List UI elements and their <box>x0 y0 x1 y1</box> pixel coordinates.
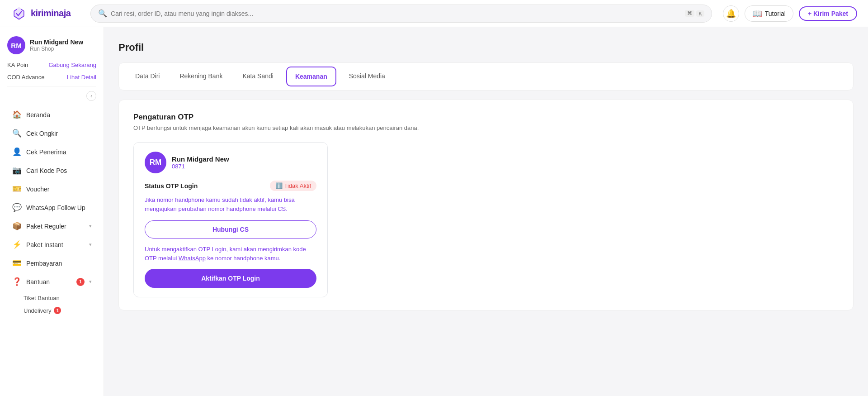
sidebar-nav: 🏠 Beranda 🔍 Cek Ongkir 👤 Cek Penerima 📷 … <box>0 104 104 320</box>
book-icon: 📖 <box>752 9 762 19</box>
sidebar-item-bantuan-label: Bantuan <box>26 278 72 286</box>
otp-status-label: Status OTP Login <box>145 182 198 190</box>
sidebar-collapse: ‹ <box>0 88 104 104</box>
otp-user-id: 0871 <box>172 163 229 170</box>
paket-instant-icon: ⚡ <box>12 240 22 249</box>
sidebar: RM Run Midgard New Run Shop KA Poin Gabu… <box>0 27 104 396</box>
otp-status-row: Status OTP Login ℹ️ Tidak Aktif <box>145 181 316 191</box>
tiket-bantuan-label: Tiket Bantuan <box>24 295 60 301</box>
otp-user-card: RM Run Midgard New 0871 Status OTP Login… <box>133 142 328 297</box>
tab-keamanan[interactable]: Keamanan <box>286 67 336 86</box>
search-input[interactable] <box>111 10 681 17</box>
whatsapp-icon: 💬 <box>12 203 22 212</box>
sidebar-item-cek-ongkir[interactable]: 🔍 Cek Ongkir <box>3 124 101 143</box>
otp-user-header: RM Run Midgard New 0871 <box>145 152 316 173</box>
sidebar-item-tiket-bantuan[interactable]: Tiket Bantuan <box>24 292 104 304</box>
kbd-cmd: ⌘ <box>685 10 694 17</box>
search-icon: 🔍 <box>98 9 107 18</box>
sidebar-item-paket-instant-label: Paket Instant <box>26 241 85 248</box>
sidebar-role: Run Shop <box>30 46 83 52</box>
cod-advance-label: COD Advance <box>7 74 44 81</box>
sidebar-item-paket-reguler[interactable]: 📦 Paket Reguler ▾ <box>3 217 101 235</box>
status-badge: ℹ️ Tidak Aktif <box>270 181 316 191</box>
chevron-down-icon: ▾ <box>89 223 92 229</box>
tab-rekening-bank[interactable]: Rekening Bank <box>170 65 231 88</box>
kirim-paket-button[interactable]: + Kirim Paket <box>799 6 857 21</box>
bantuan-sub-menu: Tiket Bantuan Undelivery 1 <box>0 291 104 318</box>
sidebar-item-paket-instant[interactable]: ⚡ Paket Instant ▾ <box>3 235 101 254</box>
sidebar-item-cari-kode-pos-label: Cari Kode Pos <box>26 167 92 174</box>
sidebar-item-undelivery[interactable]: Undelivery 1 <box>24 304 104 317</box>
kbd-k: K <box>696 10 704 17</box>
app-layout: kiriminaja 🔍 ⌘ K 🔔 📖 Tutorial + Kirim Pa… <box>0 0 868 396</box>
sidebar-item-beranda[interactable]: 🏠 Beranda <box>3 105 101 124</box>
status-badge-text: Tidak Aktif <box>284 182 311 189</box>
tab-sosial-media[interactable]: Sosial Media <box>340 65 394 88</box>
sidebar-username: Run Midgard New <box>30 38 83 46</box>
sidebar-item-beranda-label: Beranda <box>26 111 92 119</box>
voucher-icon: 🎫 <box>12 184 22 194</box>
otp-activate-info: Untuk mengaktifkan OTP Login, kami akan … <box>145 245 316 262</box>
sidebar-divider <box>7 86 96 86</box>
bantuan-badge: 1 <box>76 278 85 286</box>
lihat-detail-link[interactable]: Lihat Detail <box>67 74 96 81</box>
sidebar-meta-cod: COD Advance Lihat Detail <box>0 72 104 84</box>
logo-text: kiriminaja <box>31 8 71 19</box>
top-bar: kiriminaja 🔍 ⌘ K 🔔 📖 Tutorial + Kirim Pa… <box>0 0 868 27</box>
activate-info-link[interactable]: WhatsApp <box>179 255 206 262</box>
otp-user-name: Run Midgard New <box>172 155 229 163</box>
aktifkan-otp-button[interactable]: Aktifkan OTP Login <box>145 269 316 288</box>
otp-section-title: Pengaturan OTP <box>133 113 839 122</box>
tab-data-diri[interactable]: Data Diri <box>126 65 169 88</box>
otp-section-desc: OTP berfungsi untuk menjaga keamanan aku… <box>133 124 839 131</box>
sidebar-item-cek-penerima-label: Cek Penerima <box>26 148 92 156</box>
hubungi-cs-button[interactable]: Hubungi CS <box>145 220 316 239</box>
main-area: RM Run Midgard New Run Shop KA Poin Gabu… <box>0 27 868 396</box>
page-title: Profil <box>118 42 854 53</box>
sidebar-item-cari-kode-pos[interactable]: 📷 Cari Kode Pos <box>3 161 101 180</box>
cek-ongkir-icon: 🔍 <box>12 129 22 138</box>
search-bar[interactable]: 🔍 ⌘ K <box>90 5 712 23</box>
pembayaran-icon: 💳 <box>12 258 22 268</box>
otp-section: Pengaturan OTP OTP berfungsi untuk menja… <box>118 100 854 310</box>
sidebar-item-pembayaran-label: Pembayaran <box>26 260 92 267</box>
sidebar-item-bantuan[interactable]: ❓ Bantuan 1 ▾ <box>3 272 101 291</box>
sidebar-item-voucher-label: Voucher <box>26 186 92 193</box>
kirim-paket-label: + Kirim Paket <box>808 10 848 17</box>
undelivery-label: Undelivery <box>24 307 51 314</box>
tutorial-button[interactable]: 📖 Tutorial <box>745 5 793 22</box>
chevron-down-icon-3: ▾ <box>89 279 92 285</box>
sidebar-user-info: Run Midgard New Run Shop <box>30 38 83 52</box>
logo-icon <box>11 5 27 22</box>
kode-pos-icon: 📷 <box>12 166 22 175</box>
bantuan-icon: ❓ <box>12 277 22 286</box>
sidebar-item-whatsapp-follow-up[interactable]: 💬 WhatsApp Follow Up <box>3 198 101 217</box>
topbar-actions: 🔔 📖 Tutorial + Kirim Paket <box>723 5 857 22</box>
logo: kiriminaja <box>11 5 83 22</box>
sidebar-item-pembayaran[interactable]: 💳 Pembayaran <box>3 254 101 272</box>
sidebar-item-cek-penerima[interactable]: 👤 Cek Penerima <box>3 143 101 161</box>
ka-poin-label: KA Poin <box>7 62 28 68</box>
collapse-button[interactable]: ‹ <box>86 91 96 101</box>
home-icon: 🏠 <box>12 110 22 119</box>
chevron-down-icon-2: ▾ <box>89 242 92 248</box>
tabs-bar: Data Diri Rekening Bank Kata Sandi Keama… <box>118 62 854 91</box>
sidebar-user: RM Run Midgard New Run Shop <box>0 27 104 60</box>
sidebar-item-voucher[interactable]: 🎫 Voucher <box>3 180 101 198</box>
otp-avatar: RM <box>145 152 166 173</box>
activate-info-text-after: ke nomor handphone kamu. <box>208 255 281 262</box>
paket-reguler-icon: 📦 <box>12 221 22 231</box>
sidebar-meta: KA Poin Gabung Sekarang <box>0 60 104 72</box>
otp-info-text: Jika nomor handphone kamu sudah tidak ak… <box>145 196 316 213</box>
tutorial-label: Tutorial <box>765 10 786 17</box>
sidebar-item-paket-reguler-label: Paket Reguler <box>26 223 85 230</box>
notification-button[interactable]: 🔔 <box>723 5 739 22</box>
tab-kata-sandi[interactable]: Kata Sandi <box>233 65 283 88</box>
avatar: RM <box>7 36 25 54</box>
cek-penerima-icon: 👤 <box>12 147 22 157</box>
sidebar-item-whatsapp-label: WhatsApp Follow Up <box>26 204 92 211</box>
gabung-sekarang-link[interactable]: Gabung Sekarang <box>48 62 96 68</box>
content-area: Profil Data Diri Rekening Bank Kata Sand… <box>104 27 868 396</box>
sidebar-item-cek-ongkir-label: Cek Ongkir <box>26 130 92 137</box>
undelivery-badge: 1 <box>54 307 61 314</box>
